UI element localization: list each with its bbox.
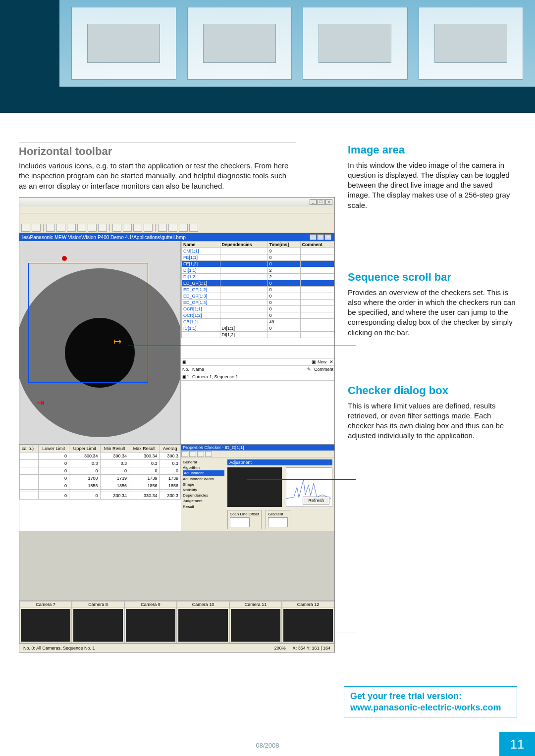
- checker-body: This is where limit values are defined, …: [348, 401, 516, 441]
- sequence-panel-toolbar[interactable]: ▣ ▣ New ✕ No. Name ✎ Comment ▣1 Came: [181, 358, 334, 381]
- toolbar-icon[interactable]: [123, 224, 132, 232]
- child-maximize-icon[interactable]: □: [317, 234, 324, 240]
- toolbar-icon[interactable]: [158, 224, 167, 232]
- product-image-2: [187, 7, 292, 80]
- checker-tree[interactable]: GeneralAlgorithmAdjustmentAdjustment Wid…: [183, 459, 224, 529]
- status-zoom: 200%: [274, 646, 286, 651]
- document-path-bar: les\Panasonic MEW Vision\Vision P400 Dem…: [19, 233, 334, 241]
- minimize-icon[interactable]: _: [310, 199, 317, 205]
- promo-line2: www.panasonic-electric-works.com: [350, 702, 511, 713]
- leader-line: [247, 479, 356, 480]
- status-bar: No. 0: All Cameras, Sequence No. 1 200% …: [19, 643, 334, 652]
- checker-dialog-title: Properties Checker - ID_G[1;1]: [181, 445, 334, 451]
- status-left: No. 0: All Cameras, Sequence No. 1: [23, 646, 95, 651]
- arrow-icon: ↦: [113, 335, 122, 347]
- checker-toolbar-icon[interactable]: [205, 451, 212, 457]
- horizontal-toolbar-section: Horizontal toolbar Includes various icon…: [19, 143, 296, 191]
- toolbar-icon[interactable]: [21, 224, 30, 232]
- status-xy: X: 354 Y: 161 | 164: [293, 646, 330, 651]
- sequence-icon[interactable]: ▣: [182, 359, 187, 364]
- leader-line: [296, 633, 356, 633]
- toolbar-icon[interactable]: [144, 224, 153, 232]
- toolbar-icon[interactable]: [88, 224, 97, 232]
- checker-preview: [227, 467, 282, 507]
- toolbar-icon[interactable]: [179, 224, 188, 232]
- toolbar-icon[interactable]: [77, 224, 86, 232]
- toolbar-icon[interactable]: [67, 224, 76, 232]
- limit-table[interactable]: calib.)Lower LimitUpper LimitMin ResultM…: [19, 444, 181, 531]
- product-strip: [59, 0, 535, 87]
- promo-line1: Get your free trial version:: [350, 691, 511, 702]
- checker-section: Checker dialog box This is where limit v…: [348, 383, 516, 441]
- application-screenshot: _ □ ×: [19, 197, 335, 653]
- sequence-heading: Sequence scroll bar: [348, 270, 516, 285]
- child-close-icon[interactable]: ×: [324, 234, 331, 240]
- checker-tab-title: Adjustment: [227, 459, 332, 465]
- checker-toolbar-icon[interactable]: [181, 451, 188, 457]
- product-image-4: [419, 7, 524, 80]
- delete-icon[interactable]: ✕: [329, 359, 333, 364]
- menu-bar[interactable]: [19, 206, 334, 213]
- toolbar-icon[interactable]: [56, 224, 65, 232]
- toolbar-icon[interactable]: [168, 224, 177, 232]
- child-minimize-icon[interactable]: _: [310, 234, 317, 240]
- image-area[interactable]: ↦ ⇥: [19, 241, 181, 444]
- sequence-table[interactable]: NameDependenciesTime[ms]Comment CM[1;1]9…: [181, 241, 334, 444]
- marker-icon: [62, 256, 67, 261]
- checker-toolbar-icon[interactable]: [197, 451, 204, 457]
- checker-heading: Checker dialog box: [348, 383, 516, 398]
- camera-strip[interactable]: Camera 7Camera 8Camera 9Camera 10Camera …: [19, 601, 334, 643]
- window-titlebar: _ □ ×: [19, 198, 334, 206]
- arrow-icon: ⇥: [36, 397, 45, 408]
- sequence-body: Provides an overview of the checkers set…: [348, 288, 516, 338]
- image-area-body: In this window the video image of the ca…: [348, 160, 516, 210]
- product-image-3: [303, 7, 408, 80]
- image-area-section: Image area In this window the video imag…: [348, 143, 516, 210]
- product-image-1: [71, 7, 176, 80]
- footer-date: 08/2008: [256, 742, 279, 749]
- toolbar-icon[interactable]: [32, 224, 41, 232]
- leader-line: [128, 346, 356, 346]
- scan-line-group[interactable]: Scan Line Offset: [227, 510, 262, 529]
- document-path: les\Panasonic MEW Vision\Vision P400 Dem…: [22, 235, 186, 240]
- refresh-button[interactable]: Refresh: [303, 497, 329, 504]
- sequence-section: Sequence scroll bar Provides an overview…: [348, 270, 516, 338]
- checker-dialog[interactable]: Properties Checker - ID_G[1;1] GeneralAl…: [181, 444, 334, 531]
- horizontal-toolbar-heading: Horizontal toolbar: [19, 145, 296, 158]
- page-number: 11: [499, 732, 535, 756]
- maximize-icon[interactable]: □: [318, 199, 324, 205]
- horizontal-toolbar-body: Includes various icons, e.g. to start th…: [19, 161, 296, 191]
- top-banner: [0, 0, 535, 113]
- new-sequence-button[interactable]: ▣ New: [312, 359, 326, 364]
- toolbar-row-1[interactable]: [19, 213, 334, 222]
- toolbar-icon[interactable]: [98, 224, 107, 232]
- toolbar-icon[interactable]: [189, 224, 198, 232]
- promo-box: Get your free trial version: www.panason…: [344, 686, 517, 717]
- page-footer: 08/2008 11: [0, 732, 535, 756]
- gradient-group[interactable]: Gradient: [266, 510, 290, 529]
- close-icon[interactable]: ×: [325, 199, 332, 205]
- toolbar-icon[interactable]: [133, 224, 142, 232]
- checker-toolbar-icon[interactable]: [189, 451, 196, 457]
- zoom-icon[interactable]: [112, 224, 121, 232]
- toolbar-icon[interactable]: [46, 224, 55, 232]
- image-area-heading: Image area: [348, 143, 516, 157]
- toolbar-row-2[interactable]: [19, 222, 334, 233]
